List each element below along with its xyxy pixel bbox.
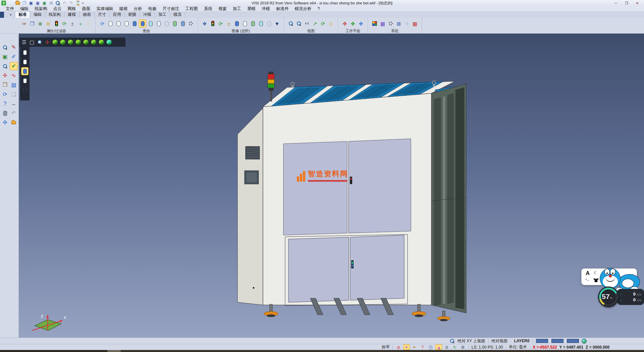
snap-settings-icon[interactable]: ⁘ bbox=[404, 20, 410, 27]
ime-skin-icon[interactable] bbox=[594, 278, 598, 282]
sketch-circle-icon[interactable]: ✐ bbox=[10, 53, 17, 60]
fit-view-icon[interactable]: ▢ bbox=[29, 39, 35, 46]
regen-graphics-icon[interactable]: ⟳ bbox=[99, 20, 106, 27]
shaded-style-icon[interactable] bbox=[131, 20, 138, 27]
menu-item-塑模[interactable]: 塑模 bbox=[244, 6, 259, 12]
maximize-button[interactable]: ❐ bbox=[621, 0, 632, 6]
menu-item-点云[interactable]: 点云 bbox=[50, 6, 65, 12]
pyramid-icon[interactable]: ◮ bbox=[436, 345, 442, 350]
layer-swatch[interactable] bbox=[567, 339, 579, 343]
regen-icon[interactable]: ⟳ bbox=[1, 91, 9, 98]
layers-icon[interactable]: ❒ bbox=[1, 81, 9, 89]
pan-icon[interactable]: ↗ bbox=[312, 20, 318, 27]
active-layer-label[interactable]: LAYER0 bbox=[514, 339, 529, 343]
viewports-icon[interactable]: ⊞ bbox=[460, 345, 466, 350]
network-speed-widget[interactable]: ↑ 0 K/s ↓ 0 K/s bbox=[617, 289, 644, 305]
refresh-visibility-icon[interactable]: ⟳ bbox=[61, 20, 68, 27]
workplane-3pt-icon[interactable]: ✥ bbox=[358, 20, 364, 27]
menu-item-加工[interactable]: 加工 bbox=[230, 6, 244, 12]
measure-icon[interactable]: ↔ bbox=[10, 100, 17, 107]
view-right-icon[interactable] bbox=[90, 39, 97, 46]
menu-item-文件[interactable]: 文件 bbox=[3, 6, 17, 12]
machine-model[interactable] bbox=[19, 34, 644, 338]
menu-item-尺寸标注[interactable]: 尺寸标注 bbox=[160, 6, 182, 12]
workplane-entity-icon[interactable]: ✥ bbox=[350, 20, 356, 27]
menu-item-系统[interactable]: 系统 bbox=[201, 6, 215, 12]
tab-标准[interactable]: 标准 bbox=[15, 11, 30, 18]
view-mode-label[interactable]: 绝对视图 bbox=[491, 338, 507, 344]
selection-filter-icon[interactable]: ✔ bbox=[10, 62, 17, 70]
display-mode-1-icon[interactable] bbox=[21, 49, 28, 56]
flat-style-icon[interactable] bbox=[155, 20, 162, 27]
menu-item-模流分析[interactable]: 模流分析 bbox=[292, 6, 315, 12]
grid-settings-icon[interactable]: ⊠ bbox=[395, 20, 402, 27]
tab-dropdown-icon[interactable]: ▼ bbox=[7, 13, 15, 16]
tab-模流[interactable]: 模流 bbox=[170, 11, 185, 18]
tab-应用[interactable]: 应用 bbox=[110, 11, 125, 18]
mesh-style-icon[interactable] bbox=[163, 20, 170, 27]
units-readout[interactable]: 单位: 毫米 bbox=[509, 344, 527, 350]
lower-door-handle[interactable] bbox=[351, 260, 354, 268]
adv-mesh-icon[interactable] bbox=[266, 20, 272, 27]
remove-from-view-icon[interactable]: － bbox=[85, 20, 92, 27]
open-recent-icon[interactable]: ❐ bbox=[21, 0, 27, 6]
shaded-edges-style-icon[interactable] bbox=[139, 20, 146, 27]
display-mode-3-icon[interactable] bbox=[21, 68, 28, 75]
auto-rotate-icon[interactable]: ↻ bbox=[452, 345, 458, 350]
axis-view-icon[interactable]: ✢ bbox=[44, 39, 51, 46]
view-plane-label[interactable]: 绝对 XY 上视图 bbox=[458, 338, 485, 344]
window-icon[interactable]: ▨ bbox=[10, 81, 17, 89]
3d-viewport[interactable]: ☰▢✢ 智造资料网 Z Y A bbox=[19, 34, 644, 338]
machine-left-panel[interactable] bbox=[237, 108, 263, 305]
open-model-icon[interactable] bbox=[10, 119, 17, 126]
adv-wire-icon[interactable] bbox=[241, 20, 248, 27]
app-logo[interactable]: V bbox=[1, 1, 6, 5]
spline-icon[interactable]: ∿ bbox=[10, 72, 17, 79]
tab-编辑[interactable]: 编辑 bbox=[30, 11, 45, 18]
minimize-button[interactable]: ─ bbox=[610, 0, 621, 6]
dynamic-style-icon[interactable] bbox=[171, 20, 178, 27]
display-mode-2-icon[interactable] bbox=[21, 58, 28, 65]
display-mode-5-icon[interactable] bbox=[21, 86, 28, 94]
undo-step-icon[interactable]: ↶ bbox=[10, 109, 17, 117]
advanced-view-icon[interactable]: ❖ bbox=[201, 20, 208, 27]
copy-attributes-icon[interactable]: ❐ bbox=[29, 20, 36, 27]
query-icon[interactable]: ? bbox=[420, 345, 426, 350]
display-mode-4-icon[interactable] bbox=[21, 77, 28, 84]
tab-曲面[interactable]: 曲面 bbox=[79, 11, 95, 18]
layer-swatch[interactable] bbox=[551, 339, 564, 343]
trash-icon[interactable] bbox=[1, 109, 9, 117]
menu-item-网格[interactable]: 网格 bbox=[65, 6, 79, 12]
tab-线架构[interactable]: 线架构 bbox=[45, 11, 64, 18]
menu-item-分析[interactable]: 分析 bbox=[131, 6, 145, 12]
tab-加工[interactable]: 加工 bbox=[155, 11, 170, 18]
menu-item-标准件[interactable]: 标准件 bbox=[273, 6, 292, 12]
brush-icon[interactable]: ✏ bbox=[412, 345, 418, 350]
compass-icon[interactable]: ✣ bbox=[1, 119, 9, 126]
menu-item-冲模[interactable]: 冲模 bbox=[259, 6, 273, 12]
globe-icon[interactable] bbox=[582, 339, 587, 344]
advanced-refresh-icon[interactable]: ⟳ bbox=[217, 20, 224, 27]
status-search-icon[interactable] bbox=[449, 339, 455, 344]
layers-stack-icon[interactable]: ≣ bbox=[444, 345, 450, 350]
hidden-line-style-icon[interactable] bbox=[115, 20, 122, 27]
advanced-filter-icon[interactable] bbox=[209, 20, 216, 27]
adv-shaded-icon[interactable] bbox=[233, 20, 240, 27]
tab-尺寸[interactable]: 尺寸 bbox=[95, 11, 110, 18]
upper-door-handle[interactable] bbox=[350, 177, 352, 184]
graphics-settings-icon[interactable] bbox=[187, 20, 194, 27]
view-front-icon[interactable] bbox=[67, 39, 74, 46]
view-back-icon[interactable] bbox=[75, 39, 82, 46]
view-orientation-icon[interactable]: ☺ bbox=[328, 20, 334, 27]
ime-mode-button[interactable]: A bbox=[586, 270, 590, 277]
save-icon[interactable]: ▣ bbox=[28, 0, 34, 6]
save-as-icon[interactable]: ▣ bbox=[35, 0, 41, 6]
view-left-icon[interactable] bbox=[83, 39, 89, 46]
render-options-icon[interactable] bbox=[179, 20, 186, 27]
wireframe-style-icon[interactable] bbox=[107, 20, 114, 27]
hide-entities-icon[interactable]: ⊖ bbox=[45, 20, 52, 27]
usage-gauge[interactable]: 57% bbox=[598, 287, 619, 307]
color-palette-icon[interactable] bbox=[371, 20, 378, 27]
open-file-icon[interactable] bbox=[15, 0, 20, 6]
print-preview-icon[interactable] bbox=[55, 0, 61, 6]
